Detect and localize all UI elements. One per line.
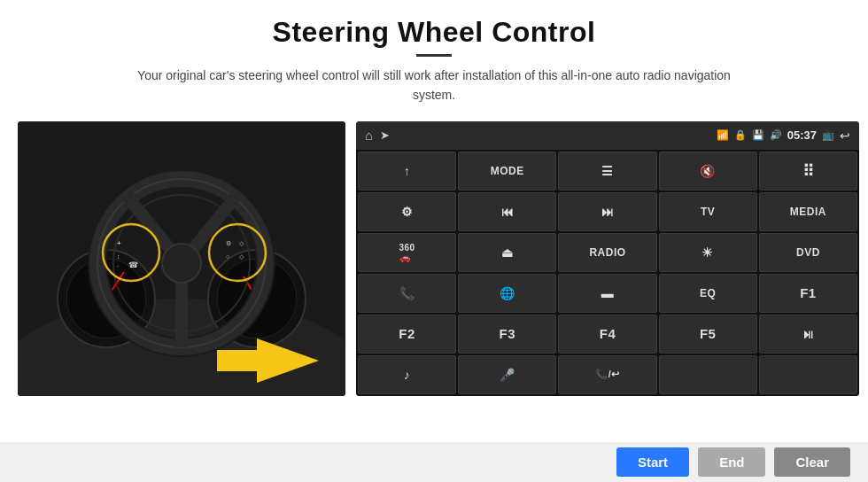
home-icon[interactable]: ⌂ xyxy=(365,128,373,143)
page-title: Steering Wheel Control xyxy=(53,16,815,49)
btn-menu[interactable]: ☰ xyxy=(558,152,656,190)
btn-f4[interactable]: F4 xyxy=(558,315,656,354)
btn-prev[interactable]: ⏮ xyxy=(458,192,556,231)
title-divider xyxy=(416,54,452,57)
svg-text:+: + xyxy=(117,239,121,247)
btn-mode[interactable]: MODE xyxy=(458,152,556,190)
btn-mute[interactable]: 🔇 xyxy=(659,152,757,190)
svg-text:☎: ☎ xyxy=(128,260,138,269)
status-right: 📶 🔒 💾 🔊 05:37 📺 ↩ xyxy=(717,128,850,143)
btn-f1[interactable]: F1 xyxy=(759,274,857,313)
svg-rect-27 xyxy=(217,350,261,371)
svg-text:○: ○ xyxy=(226,253,229,260)
btn-call-end[interactable]: 📞/↩ xyxy=(558,355,656,394)
btn-eq[interactable]: EQ xyxy=(659,274,757,313)
btn-brightness[interactable]: ☀ xyxy=(659,233,757,272)
clear-button[interactable]: Clear xyxy=(774,447,850,477)
subtitle: Your original car's steering wheel contr… xyxy=(115,66,753,105)
btn-f2[interactable]: F2 xyxy=(358,315,456,354)
time-display: 05:37 xyxy=(787,128,817,142)
page-container: Steering Wheel Control Your original car… xyxy=(0,0,868,482)
btn-media[interactable]: MEDIA xyxy=(759,192,857,231)
btn-empty1 xyxy=(659,355,757,394)
back-icon[interactable]: ↩ xyxy=(840,128,850,143)
wifi-icon: 📶 xyxy=(717,129,729,141)
content-section: + ↕ - ☎ ⚙ ◇ ○ ◇ xyxy=(0,113,868,482)
btn-phone[interactable]: 📞 xyxy=(358,274,456,313)
btn-music[interactable]: ♪ xyxy=(358,355,456,394)
btn-screen[interactable]: ▬ xyxy=(558,274,656,313)
btn-mic[interactable]: 🎤 xyxy=(458,355,556,394)
cast-icon: 📺 xyxy=(822,129,834,141)
btn-playpause[interactable]: ⏯ xyxy=(759,315,857,354)
svg-text:⚙: ⚙ xyxy=(226,240,231,246)
btn-navigate[interactable]: ↑ xyxy=(358,152,456,190)
navigate-icon[interactable]: ➤ xyxy=(380,128,390,142)
control-grid: ↑ MODE ☰ 🔇 ⠿ ⚙ ⏮ ⏭ TV MEDIA 360🚗 ⏏ RADIO… xyxy=(356,150,859,396)
end-button[interactable]: End xyxy=(698,447,765,477)
btn-radio[interactable]: RADIO xyxy=(558,233,656,272)
lock-icon: 🔒 xyxy=(734,129,747,141)
bluetooth-icon: 🔊 xyxy=(770,129,782,141)
btn-apps[interactable]: ⠿ xyxy=(759,152,857,190)
btn-settings[interactable]: ⚙ xyxy=(358,192,456,231)
btn-empty2 xyxy=(759,355,857,394)
steering-wheel-image: + ↕ - ☎ ⚙ ◇ ○ ◇ xyxy=(18,121,345,396)
image-panel-row: + ↕ - ☎ ⚙ ◇ ○ ◇ xyxy=(0,113,868,442)
svg-text:-: - xyxy=(117,263,119,268)
status-left: ⌂ ➤ xyxy=(365,128,390,143)
btn-dvd[interactable]: DVD xyxy=(759,233,857,272)
header-section: Steering Wheel Control Your original car… xyxy=(0,0,868,113)
start-button[interactable]: Start xyxy=(616,447,689,477)
status-bar: ⌂ ➤ 📶 🔒 💾 🔊 05:37 📺 ↩ xyxy=(356,121,859,150)
btn-f5[interactable]: F5 xyxy=(659,315,757,354)
btn-f3[interactable]: F3 xyxy=(458,315,556,354)
btn-internet[interactable]: 🌐 xyxy=(458,274,556,313)
sd-icon: 💾 xyxy=(752,129,764,141)
svg-point-15 xyxy=(162,244,201,283)
btn-tv[interactable]: TV xyxy=(659,192,757,231)
android-panel: ⌂ ➤ 📶 🔒 💾 🔊 05:37 📺 ↩ xyxy=(356,121,859,396)
btn-next[interactable]: ⏭ xyxy=(558,192,656,231)
btn-360[interactable]: 360🚗 xyxy=(358,233,456,272)
bottom-buttons-row: Start End Clear xyxy=(0,442,868,482)
btn-eject[interactable]: ⏏ xyxy=(458,233,556,272)
svg-text:↕: ↕ xyxy=(117,253,120,260)
